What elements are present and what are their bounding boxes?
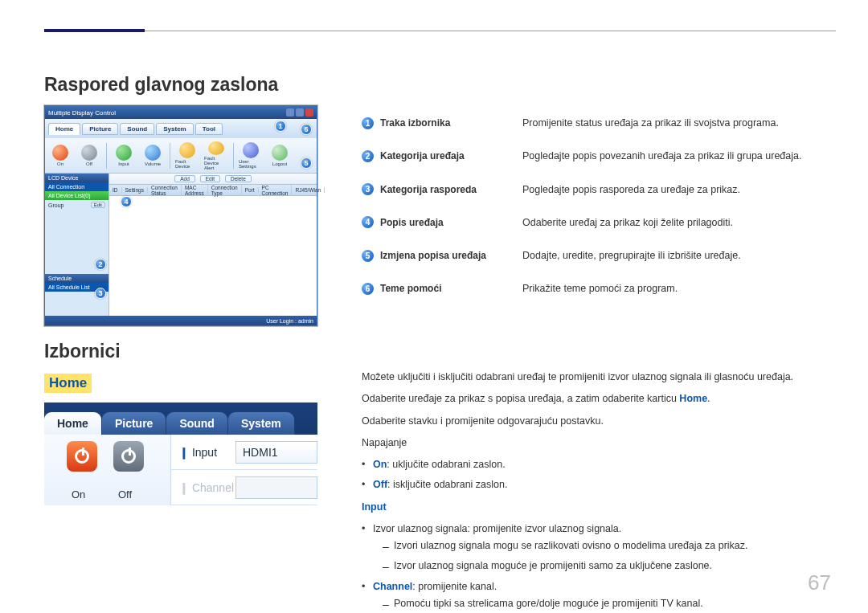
max-icon (296, 108, 304, 116)
list-item: Channel: promijenite kanal. Pomoću tipki… (373, 578, 836, 614)
menu-tab: Home (48, 123, 80, 135)
menu-tab: System (156, 123, 193, 135)
bullet-list: On: uključite odabrani zaslon. Off: iskl… (362, 456, 836, 494)
callout-1: 1 (275, 121, 286, 132)
close-icon (305, 108, 313, 116)
bullet-list: Izvor ulaznog signala: promijenite izvor… (362, 521, 836, 613)
power-off-label: Off (118, 488, 132, 501)
lp-section: LCD Device (45, 174, 108, 182)
legend-desc: Pogledajte popis povezanih uređaja za pr… (522, 148, 836, 165)
heading-home: Home (44, 374, 92, 393)
callout-2: 2 (95, 259, 106, 270)
legend-key: Teme pomoći (380, 280, 441, 296)
window-buttons (286, 108, 313, 116)
page-number: 67 (808, 570, 831, 595)
toolbar-fault-alert: Fault Device Alert (204, 141, 228, 170)
toolbar: On Off Input Volume Fault Device Fault D… (45, 138, 317, 174)
list-item: Off: isključite odabrani zaslon. (373, 476, 836, 493)
app-window-screenshot: Multiple Display Control Home Picture So… (44, 105, 317, 326)
legend-desc: Prikažite teme pomoći za program. (522, 280, 836, 297)
legend-row: 1Traka izbornika Promijenite status uređ… (362, 107, 836, 140)
edit-delete: Delete (225, 175, 252, 182)
list-item: Izvori ulaznog signala mogu se razlikova… (394, 537, 836, 554)
lp-edit-btn: Edit (91, 202, 105, 208)
lp-row: All Connection (45, 182, 108, 191)
callout-4: 4 (121, 196, 132, 207)
menu-tab: Sound (120, 123, 154, 135)
lp-section: All Device List(0) (45, 191, 108, 200)
list-item: Pomoću tipki sa strelicama gore/dolje mo… (394, 595, 836, 612)
callout-3: 3 (95, 288, 106, 299)
toolbar-logout: Logout (268, 141, 292, 170)
callout-6: 6 (301, 124, 312, 135)
toolbar-on: On (48, 141, 72, 170)
status-bar: User Login : admin (45, 316, 317, 325)
para: Odaberite uređaje za prikaz s popisa ure… (362, 390, 836, 407)
legend-row: 2Kategorija uređaja Pogledajte popis pov… (362, 140, 836, 173)
callout-5: 5 (301, 157, 312, 169)
power-on-label: On (72, 488, 85, 501)
hs-tabs: Home Picture Sound System (44, 407, 317, 435)
legend-row: 4Popis uređaja Odaberite uređaj za prika… (362, 206, 836, 239)
main-pane: ID Settings Connection Status MAC Addres… (109, 174, 317, 316)
hs-tab: System (227, 411, 295, 435)
legend-key: Izmjena popisa uređaja (380, 247, 486, 264)
legend-num: 2 (362, 150, 374, 162)
edit-bar: Add Edit Delete (109, 174, 317, 185)
channel-dropdown (235, 476, 317, 499)
legend-key: Kategorija uređaja (380, 148, 465, 164)
menu-tab: Picture (82, 123, 118, 135)
legend-num: 6 (362, 283, 374, 295)
legend-table: 1Traka izbornika Promijenite status uređ… (362, 107, 836, 306)
toolbar-input: Input (112, 141, 136, 170)
titlebar-text: Multiple Display Control (48, 109, 116, 116)
header-rule (44, 31, 836, 31)
input-row: ❙ Input HDMI1 (171, 435, 317, 470)
para: Odaberite stavku i promijenite odgovaraj… (362, 413, 836, 430)
column-headers: ID Settings Connection Status MAC Addres… (109, 185, 317, 196)
legend-row: 5Izmjena popisa uređaja Dodajte, uredite… (362, 239, 836, 272)
power-on-icon (67, 441, 97, 472)
legend-num: 4 (362, 216, 374, 228)
list-item: On: uključite odabrani zaslon. (373, 456, 836, 473)
legend-desc: Odaberite uređaj za prikaz koji želite p… (522, 215, 836, 231)
edit-add: Add (174, 175, 195, 182)
legend-num: 5 (362, 250, 374, 262)
legend-key: Traka izbornika (380, 115, 450, 131)
list-item: Izvor ulaznog signala moguće je promijen… (394, 558, 836, 574)
channel-row: ❙ Channel (171, 470, 317, 505)
toolbar-user: User Settings (239, 141, 263, 170)
legend-desc: Dodajte, uredite, pregrupirajte ili izbr… (522, 247, 836, 264)
hs-tab: Sound (166, 411, 228, 435)
legend-num: 3 (362, 183, 374, 195)
heading-layout: Raspored glavnog zaslona (44, 74, 836, 96)
home-screenshot: Home Picture Sound System On Off ❙ Input (44, 403, 317, 505)
toolbar-fault: Fault Device (175, 141, 199, 170)
list-item: Izvor ulaznog signala: promijenite izvor… (373, 521, 836, 575)
lp-group: Group Edit (45, 200, 108, 210)
titlebar: Multiple Display Control (45, 106, 317, 119)
legend-row: 6Teme pomoći Prikažite teme pomoći za pr… (362, 272, 836, 305)
menu-tab: Tool (195, 123, 223, 135)
header-rule-accent (44, 29, 145, 32)
input-dropdown: HDMI1 (235, 441, 317, 464)
legend-key: Popis uređaja (380, 215, 444, 231)
toolbar-volume: Volume (141, 141, 165, 170)
min-icon (286, 108, 294, 116)
legend-desc: Promijenite status uređaja za prikaz ili… (522, 115, 836, 132)
power-off-icon (113, 441, 144, 472)
heading-menus: Izbornici (44, 341, 836, 362)
para: Napajanje (362, 435, 836, 452)
toolbar-off: Off (77, 141, 101, 170)
hs-tab: Picture (101, 411, 166, 435)
hs-tab: Home (44, 411, 102, 435)
para: Možete uključiti i isključiti odabrani u… (362, 369, 836, 386)
legend-num: 1 (362, 117, 374, 129)
power-panel: On Off (44, 435, 171, 505)
input-heading: Input (362, 499, 836, 516)
edit-edit: Edit (200, 175, 220, 182)
lp-section: Schedule (45, 274, 108, 283)
legend-desc: Pogledajte popis rasporeda za uređaje za… (522, 182, 836, 198)
legend-row: 3Kategorija rasporeda Pogledajte popis r… (362, 174, 836, 206)
page-content: Raspored glavnog zaslona Multiple Displa… (44, 74, 836, 613)
